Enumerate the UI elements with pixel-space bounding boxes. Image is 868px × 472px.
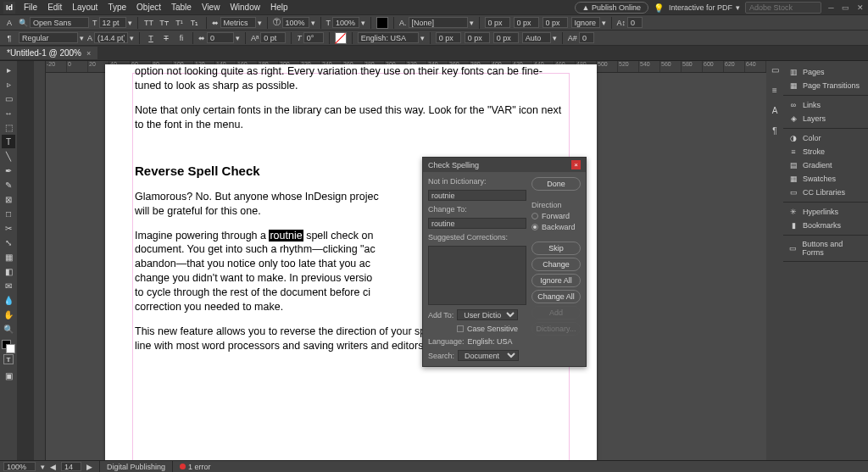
eyedropper-tool[interactable]: 💧 xyxy=(2,293,15,307)
color-chips[interactable] xyxy=(2,340,15,353)
rectangle-tool[interactable]: □ xyxy=(2,207,15,220)
search-scope-select[interactable]: Document xyxy=(458,350,519,361)
zoom-level[interactable] xyxy=(3,462,36,471)
font-weight[interactable] xyxy=(19,32,78,43)
page-tool[interactable]: ▭ xyxy=(2,92,15,105)
dropcap-lines[interactable] xyxy=(627,17,643,28)
swatches-panel-tab[interactable]: ▦Swatches xyxy=(783,172,868,186)
dialog-close-button[interactable]: × xyxy=(571,160,581,169)
ignore-all-button[interactable]: Ignore All xyxy=(531,274,581,287)
font-size[interactable] xyxy=(99,17,126,28)
strike-icon[interactable]: T xyxy=(160,32,172,44)
pencil-tool[interactable]: ✎ xyxy=(2,178,15,192)
stock-search[interactable] xyxy=(745,2,821,14)
stroke-swatch[interactable] xyxy=(335,32,347,44)
cc-libraries-panel-tab[interactable]: ▭CC Libraries xyxy=(783,186,868,199)
fill-swatch[interactable] xyxy=(376,17,388,29)
note-tool[interactable]: ✉ xyxy=(2,279,15,292)
pasteboard[interactable]: option not looking quite as right. Every… xyxy=(46,73,766,460)
indent-first[interactable] xyxy=(514,17,539,28)
content-collector-tool[interactable]: ⬚ xyxy=(2,120,15,134)
char-style[interactable] xyxy=(409,17,468,28)
char-mode-icon[interactable]: A xyxy=(3,17,15,29)
dictionary-button[interactable]: Dictionary... xyxy=(531,322,581,336)
menu-type[interactable]: Type xyxy=(103,3,131,12)
change-button[interactable]: Change xyxy=(531,258,581,271)
change-all-button[interactable]: Change All xyxy=(531,290,581,303)
skew[interactable] xyxy=(303,32,324,43)
strip-icon[interactable]: ≡ xyxy=(768,83,782,97)
format-container-icon[interactable]: T xyxy=(3,354,14,364)
document-tab[interactable]: *Untitled-1 @ 200%× xyxy=(0,47,97,59)
hand-tool[interactable]: ✋ xyxy=(2,308,15,321)
gradient-panel-tab[interactable]: ▤Gradient xyxy=(783,158,868,172)
add-to-select[interactable]: User Dictionary xyxy=(457,309,518,320)
direct-selection-tool[interactable]: ▹ xyxy=(2,77,15,91)
strip-icon[interactable]: ¶ xyxy=(768,124,782,137)
preflight-errors[interactable]: 1 error xyxy=(180,463,211,471)
hscale[interactable] xyxy=(332,17,359,28)
page-nav-prev[interactable]: ◀ xyxy=(50,463,56,471)
backward-radio[interactable] xyxy=(531,224,538,230)
bookmarks-panel-tab[interactable]: ▮Bookmarks xyxy=(783,219,868,232)
done-button[interactable]: Done xyxy=(531,177,581,191)
selection-tool[interactable]: ▸ xyxy=(2,63,15,76)
change-to-field[interactable] xyxy=(428,218,526,229)
space-after[interactable] xyxy=(493,32,519,43)
window-max[interactable]: ▭ xyxy=(841,3,850,13)
menu-view[interactable]: View xyxy=(197,3,225,12)
not-in-dictionary-field[interactable] xyxy=(428,190,526,201)
links-panel-tab[interactable]: ∞Links xyxy=(783,98,868,112)
leading[interactable] xyxy=(94,32,128,43)
menu-file[interactable]: File xyxy=(19,3,42,12)
view-mode-icon[interactable]: ▣ xyxy=(2,369,15,382)
smallcaps-icon[interactable]: Tᴛ xyxy=(159,17,170,29)
zoom-tool[interactable]: 🔍 xyxy=(2,322,15,336)
baseline[interactable] xyxy=(260,32,286,43)
pen-tool[interactable]: ✒ xyxy=(2,164,15,177)
allcaps-icon[interactable]: TT xyxy=(143,17,155,29)
font-family[interactable] xyxy=(30,17,89,28)
page-number[interactable] xyxy=(61,462,81,471)
underline-icon[interactable]: T xyxy=(145,32,157,44)
layers-panel-tab[interactable]: ◈Layers xyxy=(783,112,868,125)
kerning[interactable] xyxy=(220,17,256,28)
language[interactable] xyxy=(358,32,419,43)
buttons-forms-panel-tab[interactable]: ▭Buttons and Forms xyxy=(783,238,868,258)
space-before[interactable] xyxy=(542,17,568,28)
ligature-icon[interactable]: fi xyxy=(175,32,187,44)
gap-tool[interactable]: ↔ xyxy=(2,106,15,119)
para-mode-icon[interactable]: ¶ xyxy=(3,32,15,44)
dropcap-chars[interactable] xyxy=(579,32,594,43)
publish-online-button[interactable]: ▲ Publish Online xyxy=(575,2,648,14)
scissors-tool[interactable]: ✂ xyxy=(2,221,15,235)
strip-icon[interactable]: A xyxy=(768,103,782,117)
rectangle-frame-tool[interactable]: ⊠ xyxy=(2,192,15,206)
menu-help[interactable]: Help xyxy=(265,3,293,12)
vscale[interactable] xyxy=(282,17,309,28)
indent-right[interactable] xyxy=(436,32,461,43)
add-button[interactable]: Add xyxy=(531,306,581,319)
close-tab-icon[interactable]: × xyxy=(86,49,91,58)
color-panel-tab[interactable]: ◑Color xyxy=(783,131,868,145)
strip-icon[interactable]: ▭ xyxy=(768,63,782,76)
pages-panel-tab[interactable]: ▥Pages xyxy=(783,65,868,79)
space-between[interactable] xyxy=(571,17,600,28)
menu-edit[interactable]: Edit xyxy=(42,3,67,12)
tips-icon[interactable]: 💡 xyxy=(654,3,664,13)
free-transform-tool[interactable]: ⤡ xyxy=(2,236,15,249)
gradient-swatch-tool[interactable]: ▦ xyxy=(2,250,15,264)
gradient-feather-tool[interactable]: ◧ xyxy=(2,264,15,278)
superscript-icon[interactable]: T¹ xyxy=(174,17,186,29)
case-sensitive-checkbox[interactable] xyxy=(457,325,464,332)
preflight-profile[interactable]: Digital Publishing xyxy=(107,463,165,471)
page-nav-next[interactable]: ▶ xyxy=(86,463,92,471)
window-close[interactable]: ✕ xyxy=(855,3,865,13)
line-tool[interactable]: ╲ xyxy=(2,149,15,163)
hyperlinks-panel-tab[interactable]: ✳Hyperlinks xyxy=(783,205,868,219)
menu-object[interactable]: Object xyxy=(131,3,166,12)
workspace-preset[interactable]: Interactive for PDF ▾ xyxy=(669,3,740,12)
menu-layout[interactable]: Layout xyxy=(67,3,103,12)
menu-table[interactable]: Table xyxy=(166,3,197,12)
suggestions-list[interactable] xyxy=(428,246,526,305)
